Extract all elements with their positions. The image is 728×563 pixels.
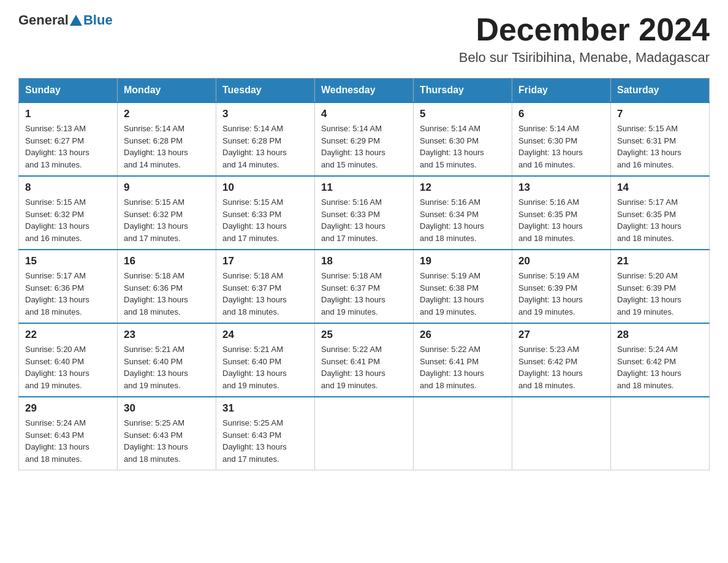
- calendar-cell: [512, 397, 611, 470]
- day-info: Sunrise: 5:15 AMSunset: 6:33 PMDaylight:…: [222, 197, 287, 243]
- day-number: 8: [25, 182, 111, 194]
- day-number: 15: [25, 255, 111, 267]
- day-number: 18: [321, 255, 407, 267]
- month-title: December 2024: [459, 12, 710, 47]
- calendar-cell: 23 Sunrise: 5:21 AMSunset: 6:40 PMDaylig…: [118, 323, 216, 397]
- calendar-header-thursday: Thursday: [414, 79, 512, 103]
- day-info: Sunrise: 5:19 AMSunset: 6:38 PMDaylight:…: [420, 271, 484, 316]
- calendar-cell: 1 Sunrise: 5:13 AMSunset: 6:27 PMDayligh…: [19, 102, 118, 176]
- day-info: Sunrise: 5:25 AMSunset: 6:43 PMDaylight:…: [124, 418, 188, 464]
- day-info: Sunrise: 5:14 AMSunset: 6:30 PMDaylight:…: [420, 124, 484, 169]
- day-number: 30: [124, 402, 210, 415]
- day-number: 14: [617, 182, 703, 194]
- calendar-header-sunday: Sunday: [19, 79, 118, 103]
- day-number: 31: [222, 402, 308, 415]
- calendar-cell: 15 Sunrise: 5:17 AMSunset: 6:36 PMDaylig…: [19, 250, 118, 323]
- day-info: Sunrise: 5:24 AMSunset: 6:42 PMDaylight:…: [617, 345, 681, 390]
- calendar-header-saturday: Saturday: [611, 79, 710, 103]
- day-number: 26: [420, 329, 506, 341]
- day-info: Sunrise: 5:20 AMSunset: 6:40 PMDaylight:…: [25, 345, 89, 390]
- calendar-cell: 10 Sunrise: 5:15 AMSunset: 6:33 PMDaylig…: [216, 176, 315, 250]
- calendar-cell: 21 Sunrise: 5:20 AMSunset: 6:39 PMDaylig…: [611, 250, 710, 323]
- day-info: Sunrise: 5:16 AMSunset: 6:33 PMDaylight:…: [321, 197, 385, 243]
- day-number: 24: [222, 329, 308, 341]
- calendar-header-friday: Friday: [512, 79, 611, 103]
- day-number: 1: [25, 108, 111, 120]
- calendar-table: SundayMondayTuesdayWednesdayThursdayFrid…: [18, 78, 710, 470]
- calendar-cell: 18 Sunrise: 5:18 AMSunset: 6:37 PMDaylig…: [315, 250, 414, 323]
- day-number: 12: [420, 182, 506, 194]
- calendar-cell: [315, 397, 414, 470]
- calendar-week-row: 29 Sunrise: 5:24 AMSunset: 6:43 PMDaylig…: [19, 397, 710, 470]
- day-number: 28: [617, 329, 703, 341]
- logo-blue-text: Blue: [83, 12, 113, 28]
- day-number: 22: [25, 329, 111, 341]
- calendar-cell: 28 Sunrise: 5:24 AMSunset: 6:42 PMDaylig…: [611, 323, 710, 397]
- calendar-cell: 7 Sunrise: 5:15 AMSunset: 6:31 PMDayligh…: [611, 102, 710, 176]
- day-info: Sunrise: 5:21 AMSunset: 6:40 PMDaylight:…: [222, 345, 287, 390]
- day-info: Sunrise: 5:22 AMSunset: 6:41 PMDaylight:…: [420, 345, 484, 390]
- day-number: 2: [124, 108, 210, 120]
- logo: General Blue: [18, 12, 113, 28]
- day-info: Sunrise: 5:24 AMSunset: 6:43 PMDaylight:…: [25, 418, 89, 464]
- calendar-cell: 26 Sunrise: 5:22 AMSunset: 6:41 PMDaylig…: [414, 323, 512, 397]
- day-info: Sunrise: 5:13 AMSunset: 6:27 PMDaylight:…: [25, 124, 89, 169]
- calendar-cell: 2 Sunrise: 5:14 AMSunset: 6:28 PMDayligh…: [118, 102, 216, 176]
- day-number: 3: [222, 108, 308, 120]
- title-block: December 2024 Belo sur Tsiribihina, Mena…: [459, 12, 710, 66]
- day-info: Sunrise: 5:22 AMSunset: 6:41 PMDaylight:…: [321, 345, 385, 390]
- day-number: 13: [518, 182, 604, 194]
- calendar-cell: 12 Sunrise: 5:16 AMSunset: 6:34 PMDaylig…: [414, 176, 512, 250]
- day-number: 21: [617, 255, 703, 267]
- page-header: General Blue December 2024 Belo sur Tsir…: [18, 12, 710, 66]
- calendar-cell: 17 Sunrise: 5:18 AMSunset: 6:37 PMDaylig…: [216, 250, 315, 323]
- calendar-header-wednesday: Wednesday: [315, 79, 414, 103]
- logo-triangle-icon: [70, 15, 82, 26]
- calendar-cell: 13 Sunrise: 5:16 AMSunset: 6:35 PMDaylig…: [512, 176, 611, 250]
- day-number: 19: [420, 255, 506, 267]
- day-info: Sunrise: 5:14 AMSunset: 6:28 PMDaylight:…: [222, 124, 287, 169]
- day-info: Sunrise: 5:15 AMSunset: 6:32 PMDaylight:…: [25, 197, 89, 243]
- day-info: Sunrise: 5:25 AMSunset: 6:43 PMDaylight:…: [222, 418, 287, 464]
- calendar-week-row: 1 Sunrise: 5:13 AMSunset: 6:27 PMDayligh…: [19, 102, 710, 176]
- day-number: 5: [420, 108, 506, 120]
- calendar-cell: 22 Sunrise: 5:20 AMSunset: 6:40 PMDaylig…: [19, 323, 118, 397]
- calendar-cell: 8 Sunrise: 5:15 AMSunset: 6:32 PMDayligh…: [19, 176, 118, 250]
- calendar-cell: 16 Sunrise: 5:18 AMSunset: 6:36 PMDaylig…: [118, 250, 216, 323]
- day-number: 10: [222, 182, 308, 194]
- day-info: Sunrise: 5:19 AMSunset: 6:39 PMDaylight:…: [518, 271, 583, 316]
- day-number: 9: [124, 182, 210, 194]
- logo-general-text: General: [18, 12, 69, 28]
- day-number: 27: [518, 329, 604, 341]
- calendar-header-monday: Monday: [118, 79, 216, 103]
- day-info: Sunrise: 5:18 AMSunset: 6:37 PMDaylight:…: [321, 271, 385, 316]
- day-info: Sunrise: 5:17 AMSunset: 6:36 PMDaylight:…: [25, 271, 89, 316]
- day-number: 16: [124, 255, 210, 267]
- day-number: 7: [617, 108, 703, 120]
- calendar-cell: 24 Sunrise: 5:21 AMSunset: 6:40 PMDaylig…: [216, 323, 315, 397]
- calendar-cell: 29 Sunrise: 5:24 AMSunset: 6:43 PMDaylig…: [19, 397, 118, 470]
- day-info: Sunrise: 5:18 AMSunset: 6:37 PMDaylight:…: [222, 271, 287, 316]
- calendar-cell: 9 Sunrise: 5:15 AMSunset: 6:32 PMDayligh…: [118, 176, 216, 250]
- calendar-cell: 25 Sunrise: 5:22 AMSunset: 6:41 PMDaylig…: [315, 323, 414, 397]
- day-info: Sunrise: 5:16 AMSunset: 6:35 PMDaylight:…: [518, 197, 583, 243]
- calendar-cell: 11 Sunrise: 5:16 AMSunset: 6:33 PMDaylig…: [315, 176, 414, 250]
- day-number: 6: [518, 108, 604, 120]
- calendar-header-row: SundayMondayTuesdayWednesdayThursdayFrid…: [19, 79, 710, 103]
- day-info: Sunrise: 5:21 AMSunset: 6:40 PMDaylight:…: [124, 345, 188, 390]
- day-info: Sunrise: 5:15 AMSunset: 6:31 PMDaylight:…: [617, 124, 681, 169]
- calendar-cell: 20 Sunrise: 5:19 AMSunset: 6:39 PMDaylig…: [512, 250, 611, 323]
- calendar-cell: 4 Sunrise: 5:14 AMSunset: 6:29 PMDayligh…: [315, 102, 414, 176]
- calendar-cell: 27 Sunrise: 5:23 AMSunset: 6:42 PMDaylig…: [512, 323, 611, 397]
- calendar-week-row: 8 Sunrise: 5:15 AMSunset: 6:32 PMDayligh…: [19, 176, 710, 250]
- calendar-header-tuesday: Tuesday: [216, 79, 315, 103]
- calendar-week-row: 22 Sunrise: 5:20 AMSunset: 6:40 PMDaylig…: [19, 323, 710, 397]
- calendar-cell: 31 Sunrise: 5:25 AMSunset: 6:43 PMDaylig…: [216, 397, 315, 470]
- day-info: Sunrise: 5:14 AMSunset: 6:29 PMDaylight:…: [321, 124, 385, 169]
- calendar-cell: 3 Sunrise: 5:14 AMSunset: 6:28 PMDayligh…: [216, 102, 315, 176]
- day-info: Sunrise: 5:14 AMSunset: 6:28 PMDaylight:…: [124, 124, 188, 169]
- day-info: Sunrise: 5:14 AMSunset: 6:30 PMDaylight:…: [518, 124, 583, 169]
- location-title: Belo sur Tsiribihina, Menabe, Madagascar: [459, 50, 710, 66]
- day-info: Sunrise: 5:18 AMSunset: 6:36 PMDaylight:…: [124, 271, 188, 316]
- day-number: 4: [321, 108, 407, 120]
